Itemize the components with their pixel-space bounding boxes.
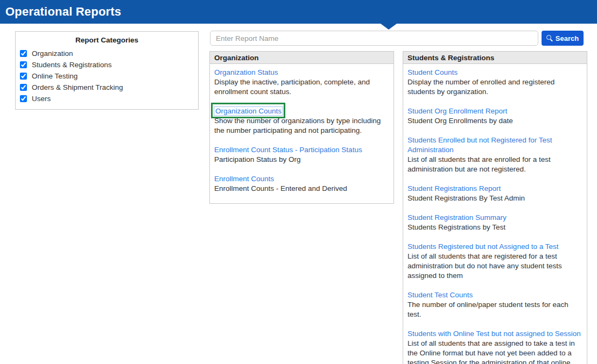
page-title: Operational Reports [0, 5, 121, 19]
report-link-organization-status[interactable]: Organization Status [214, 68, 278, 76]
report-item: Student Registrations Report Student Reg… [408, 184, 582, 203]
online-testing-checkbox[interactable] [20, 73, 27, 80]
highlight-annotation: Organization Counts [214, 106, 283, 116]
category-label: Organization [32, 49, 73, 58]
report-item: Enrollment Count Status - Participation … [214, 145, 389, 165]
category-row-online-testing[interactable]: Online Testing [16, 70, 198, 82]
organization-panel: Organization Organization Status Display… [209, 51, 394, 204]
report-link-organization-counts[interactable]: Organization Counts [214, 107, 283, 115]
report-description: Student Org Enrollments by date [408, 116, 582, 126]
students-registrations-checkbox[interactable] [20, 61, 27, 68]
report-link-enrollment-count-status-participation-status[interactable]: Enrollment Count Status - Participation … [214, 146, 362, 154]
report-item: Student Org Enrollment Report Student Or… [408, 106, 582, 126]
report-link-student-registrations-report[interactable]: Student Registrations Report [408, 184, 501, 192]
report-link-students-online-test-not-session[interactable]: Students with Online Test but not assign… [408, 330, 581, 338]
category-row-students-registrations[interactable]: Students & Registrations [16, 59, 198, 70]
organization-checkbox[interactable] [20, 50, 27, 57]
report-item: Enrollment Counts Enrollment Counts - En… [214, 174, 389, 194]
report-item: Students Registered but not Assigned to … [408, 242, 582, 281]
report-description: Student Registrations By Test Admin [408, 194, 582, 203]
report-item: Organization Counts Show the number of o… [214, 106, 389, 135]
report-description: Display the inactive, participation, com… [214, 77, 389, 97]
search-bar: Search [210, 31, 584, 46]
report-description: List of all students that are assigned t… [408, 339, 582, 364]
category-row-users[interactable]: Users [16, 93, 198, 104]
users-checkbox[interactable] [20, 95, 27, 102]
report-description: The number of online/paper student tests… [408, 300, 582, 319]
report-description: Participation Status by Org [214, 155, 389, 165]
organization-panel-body: Organization Status Display the inactive… [210, 64, 394, 194]
category-row-organization[interactable]: Organization [16, 48, 198, 59]
report-link-students-registered-not-assigned[interactable]: Students Registered but not Assigned to … [408, 242, 558, 251]
search-button[interactable]: Search [542, 31, 584, 46]
report-description: List of all students that are enrolled f… [408, 155, 582, 174]
header-pointer-icon [381, 24, 397, 30]
category-label: Orders & Shipment Tracking [32, 83, 123, 91]
students-registrations-panel: Students & Registrations Student Counts … [403, 51, 587, 364]
report-link-student-org-enrollment-report[interactable]: Student Org Enrollment Report [408, 107, 507, 115]
search-input[interactable] [210, 31, 538, 46]
report-link-students-enrolled-not-registered[interactable]: Students Enrolled but not Registered for… [408, 136, 552, 154]
report-item: Student Test Counts The number of online… [408, 290, 582, 319]
report-item: Student Registration Summary Students Re… [408, 213, 582, 232]
report-item: Organization Status Display the inactive… [214, 68, 389, 97]
students-registrations-panel-body: Student Counts Display the number of enr… [403, 64, 587, 364]
report-categories-title: Report Categories [16, 32, 198, 48]
category-label: Students & Registrations [32, 61, 112, 69]
orders-shipment-checkbox[interactable] [20, 84, 27, 91]
report-item: Students with Online Test but not assign… [408, 329, 582, 364]
report-description: Display the number of enrolled and regis… [408, 77, 582, 97]
category-row-orders-shipment[interactable]: Orders & Shipment Tracking [16, 82, 198, 93]
category-label: Online Testing [32, 72, 78, 80]
organization-panel-header: Organization [210, 52, 394, 64]
report-description: Students Registrations by Test [408, 223, 582, 232]
report-description: Show the number of organizations by type… [214, 116, 389, 135]
report-description: Enrollment Counts - Entered and Derived [214, 184, 389, 194]
report-link-student-registration-summary[interactable]: Student Registration Summary [408, 213, 507, 222]
report-categories-panel: Report Categories Organization Students … [15, 31, 199, 110]
app-header: Operational Reports [0, 0, 597, 24]
category-label: Users [32, 95, 51, 103]
search-button-label: Search [556, 34, 579, 42]
report-description: List of all students that are registered… [408, 252, 582, 281]
search-icon [546, 35, 553, 41]
report-item: Student Counts Display the number of enr… [408, 68, 582, 97]
report-item: Students Enrolled but not Registered for… [408, 135, 582, 174]
report-link-enrollment-counts[interactable]: Enrollment Counts [214, 175, 274, 183]
students-registrations-panel-header: Students & Registrations [403, 52, 587, 64]
report-link-student-counts[interactable]: Student Counts [408, 68, 458, 76]
report-link-student-test-counts[interactable]: Student Test Counts [408, 291, 473, 299]
